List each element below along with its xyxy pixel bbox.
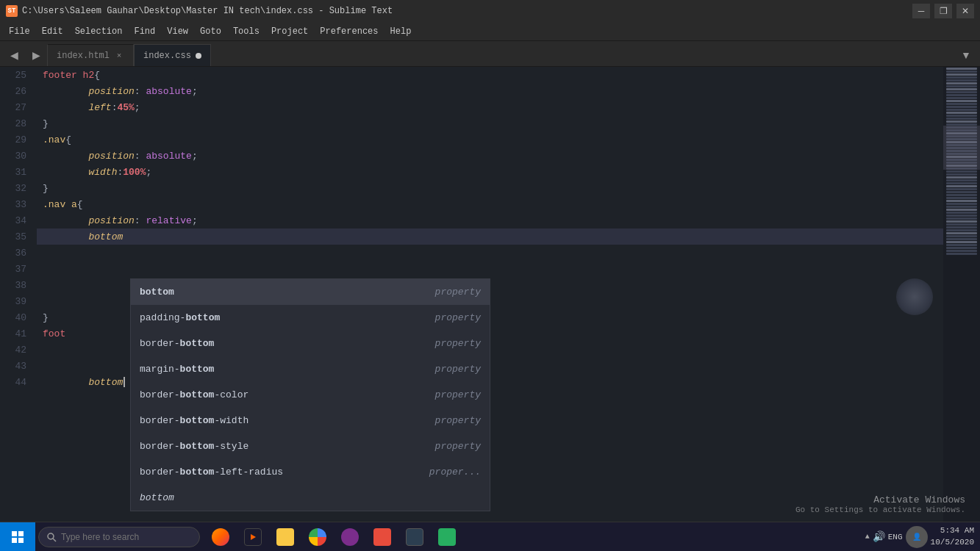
menu-project[interactable]: Project xyxy=(265,25,314,38)
taskbar-app-media[interactable] xyxy=(238,522,268,552)
code-line-32: } xyxy=(37,180,943,196)
line-num-27: 27 xyxy=(0,99,37,115)
line-num-32: 32 xyxy=(0,180,37,196)
menu-help[interactable]: Help xyxy=(385,25,418,38)
code-line-27: left:45%; xyxy=(37,99,943,115)
taskbar: ▲ 🔊 ENG 👤 5:34 AM 10/5/2020 xyxy=(0,522,980,551)
autocomplete-item-border-bottom-left-radius[interactable]: border-bottom-left-radius proper... xyxy=(131,459,490,485)
autocomplete-item-border-bottom-width[interactable]: border-bottom-width property xyxy=(131,408,490,433)
clock-time: 5:34 AM xyxy=(931,525,974,536)
autocomplete-item-padding-bottom[interactable]: padding-bottom property xyxy=(131,305,490,331)
taskbar-search-input[interactable] xyxy=(61,532,179,542)
menu-preferences[interactable]: Preferences xyxy=(314,25,384,38)
taskbar-clock: 5:34 AM 10/5/2020 xyxy=(931,525,974,548)
minimap-slider[interactable] xyxy=(943,126,980,170)
media-icon xyxy=(244,528,262,546)
line-num-33: 33 xyxy=(0,196,37,212)
menu-selection[interactable]: Selection xyxy=(69,25,129,38)
code-line-34: position: relative; xyxy=(37,212,943,228)
line-num-28: 28 xyxy=(0,115,37,132)
autocomplete-item-border-bottom-style[interactable]: border-bottom-style property xyxy=(131,433,490,459)
minimize-button[interactable]: ─ xyxy=(912,4,930,18)
tab-nav-next[interactable]: ▶ xyxy=(25,44,47,66)
autocomplete-item-border-bottom[interactable]: border-bottom property xyxy=(131,331,490,356)
tab-nav-prev[interactable]: ◀ xyxy=(3,44,25,66)
activate-windows-subtitle: Go to Settings to activate Windows. xyxy=(795,505,965,514)
title-bar: ST C:\Users\Saleem Gauhar\Desktop\Master… xyxy=(0,0,980,22)
browser2-icon xyxy=(373,528,391,546)
taskbar-app-files[interactable] xyxy=(271,522,300,552)
menu-tools[interactable]: Tools xyxy=(227,25,265,38)
close-button[interactable]: ✕ xyxy=(956,4,974,18)
autocomplete-item-bottom-italic[interactable]: bottom xyxy=(131,485,490,511)
menu-find[interactable]: Find xyxy=(128,25,161,38)
taskbar-app-firefox[interactable] xyxy=(206,522,235,552)
start-button[interactable] xyxy=(0,522,35,552)
taskbar-app-vpn[interactable] xyxy=(335,522,365,552)
autocomplete-item-bottom[interactable]: bottom property xyxy=(131,279,490,305)
windows-icon xyxy=(12,531,24,543)
line-num-40: 40 xyxy=(0,309,37,325)
code-line-30: position: absolute; xyxy=(37,148,943,164)
taskbar-app-extra[interactable] xyxy=(432,522,462,552)
taskbar-search-box[interactable] xyxy=(38,527,200,547)
code-line-26: position: absolute; xyxy=(37,83,943,99)
taskbar-right: ▲ 🔊 ENG 👤 5:34 AM 10/5/2020 xyxy=(865,525,980,548)
user-avatar: 👤 xyxy=(906,526,928,548)
autocomplete-dropdown[interactable]: bottom property padding-bottom property … xyxy=(130,278,490,511)
line-num-25: 25 xyxy=(0,67,37,83)
app-icon: ST xyxy=(6,5,18,17)
line-num-26: 26 xyxy=(0,83,37,99)
svg-rect-0 xyxy=(12,531,17,536)
line-num-37: 37 xyxy=(0,261,37,277)
svg-point-4 xyxy=(48,533,54,539)
tab-index-html[interactable]: index.html × xyxy=(47,44,134,66)
taskbar-app-chrome[interactable] xyxy=(303,522,332,552)
window-title: C:\Users\Saleem Gauhar\Desktop\Master IN… xyxy=(22,6,393,16)
vpn-icon xyxy=(341,528,359,546)
tab-bar-right: ▼ xyxy=(955,44,980,66)
activate-windows-notice: Activate Windows Go to Settings to activ… xyxy=(795,494,965,514)
menu-goto[interactable]: Goto xyxy=(194,25,227,38)
code-line-29: .nav{ xyxy=(37,132,943,148)
line-num-42: 42 xyxy=(0,342,37,358)
tab-menu-button[interactable]: ▼ xyxy=(955,44,977,66)
line-num-31: 31 xyxy=(0,164,37,180)
firefox-icon xyxy=(212,528,229,546)
tab-index-css[interactable]: index.css xyxy=(134,44,211,66)
extra-icon xyxy=(438,528,456,546)
tray-expand-icon[interactable]: ▲ xyxy=(865,533,870,541)
autocomplete-item-margin-bottom[interactable]: margin-bottom property xyxy=(131,356,490,382)
code-line-28: } xyxy=(37,115,943,132)
code-line-25: footer h2{ xyxy=(37,67,943,83)
svg-rect-3 xyxy=(18,538,24,543)
menu-file[interactable]: File xyxy=(3,25,36,38)
line-num-38: 38 xyxy=(0,277,37,293)
taskbar-app-browser2[interactable] xyxy=(368,522,397,552)
window-controls[interactable]: ─ ❐ ✕ xyxy=(912,4,974,18)
files-icon xyxy=(276,528,294,546)
svg-rect-2 xyxy=(12,538,17,543)
tray-volume-icon[interactable]: 🔊 xyxy=(873,530,885,543)
menu-edit[interactable]: Edit xyxy=(36,25,69,38)
activate-windows-title: Activate Windows xyxy=(795,494,965,505)
autocomplete-item-border-bottom-color[interactable]: border-bottom-color property xyxy=(131,382,490,408)
maximize-button[interactable]: ❐ xyxy=(934,4,952,18)
line-numbers: 25 26 27 28 29 30 31 32 33 34 35 36 37 3… xyxy=(0,67,37,533)
svg-marker-6 xyxy=(251,534,256,540)
taskbar-app-notes[interactable] xyxy=(400,522,429,552)
code-area[interactable]: footer h2{ position: absolute; left:45%;… xyxy=(37,67,943,533)
line-num-29: 29 xyxy=(0,132,37,148)
menu-view[interactable]: View xyxy=(161,25,194,38)
play-icon xyxy=(248,533,257,541)
code-line-35: bottom xyxy=(37,228,943,245)
chrome-icon xyxy=(309,528,326,546)
line-num-36: 36 xyxy=(0,245,37,261)
search-icon xyxy=(46,532,57,542)
tab-modified-indicator xyxy=(196,53,201,59)
line-num-35: 35 xyxy=(0,228,37,245)
tab-close-html[interactable]: × xyxy=(114,51,124,61)
line-num-30: 30 xyxy=(0,148,37,164)
text-cursor xyxy=(124,377,125,387)
line-num-41: 41 xyxy=(0,325,37,342)
